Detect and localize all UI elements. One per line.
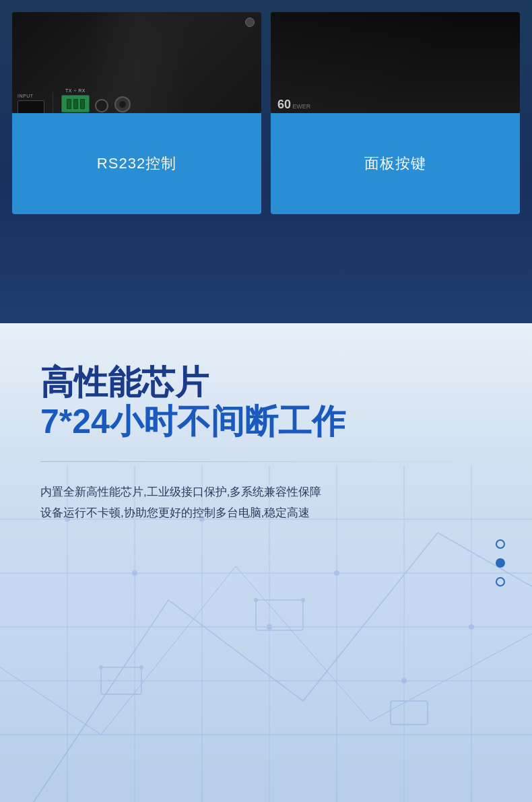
- pin-slot-3: [80, 99, 85, 109]
- hdmi-connector: [18, 100, 44, 113]
- viewer-text: 60 EWER: [277, 98, 310, 112]
- svg-point-17: [401, 678, 407, 683]
- svg-point-25: [301, 598, 305, 602]
- tx-rx-label: TX ÷ RX: [65, 88, 86, 93]
- green-terminal: [61, 95, 90, 112]
- svg-point-15: [267, 624, 272, 630]
- images-row: INPUT TX ÷ RX: [12, 12, 520, 214]
- right-top-dark: 60 EWER: [271, 12, 520, 113]
- svg-point-23: [139, 665, 143, 669]
- svg-rect-21: [391, 701, 428, 725]
- dot-3[interactable]: [496, 577, 505, 587]
- description-line1: 内置全新高性能芯片,工业级接口保护,多系统兼容性保障: [40, 482, 498, 503]
- svg-point-24: [254, 598, 258, 602]
- ir-jack: [95, 99, 108, 112]
- sub-heading: 7*24小时不间断工作: [40, 403, 498, 442]
- dot-1[interactable]: [496, 539, 505, 549]
- left-panel-wrapper: INPUT TX ÷ RX: [12, 12, 261, 214]
- dc-group: DC 12V: [114, 96, 131, 113]
- left-photo-top: INPUT TX ÷ RX: [12, 12, 261, 113]
- input-label: INPUT: [18, 94, 34, 98]
- screw-decoration: [245, 18, 255, 27]
- content-area: 高性能芯片 7*24小时不间断工作 内置全新高性能芯片,工业级接口保护,多系统兼…: [0, 323, 532, 550]
- dc-jack: [114, 96, 131, 112]
- viewer-sub: EWER: [292, 103, 310, 110]
- dots-navigation[interactable]: [496, 539, 505, 587]
- main-heading: 高性能芯片: [40, 364, 498, 403]
- bottom-section: 高性能芯片 7*24小时不间断工作 内置全新高性能芯片,工业级接口保护,多系统兼…: [0, 323, 532, 802]
- separator: [53, 92, 53, 113]
- description-line2: 设备运行不卡顿,协助您更好的控制多台电脑,稳定高速: [40, 503, 498, 524]
- svg-point-18: [469, 624, 474, 630]
- svg-point-13: [132, 570, 137, 576]
- model-number: 60: [277, 98, 291, 111]
- dot-2[interactable]: [496, 558, 505, 568]
- left-caption-bar: RS232控制: [12, 113, 261, 214]
- input-group: INPUT: [18, 94, 44, 113]
- right-panel-wrapper: 60 EWER AUTO INPUT: [271, 12, 520, 214]
- interface-row: INPUT TX ÷ RX: [12, 12, 261, 113]
- rs232-group: TX ÷ RX RS-232: [61, 88, 90, 113]
- ir-group: IR EXT: [95, 99, 109, 113]
- right-hardware-image: 60 EWER AUTO INPUT: [271, 12, 520, 113]
- top-section: INPUT TX ÷ RX: [0, 0, 532, 323]
- pin-slot-2: [73, 99, 78, 109]
- left-caption-text: RS232控制: [97, 154, 176, 174]
- right-caption-text: 面板按键: [364, 154, 426, 174]
- svg-rect-20: [256, 600, 303, 630]
- description: 内置全新高性能芯片,工业级接口保护,多系统兼容性保障 设备运行不卡顿,协助您更好…: [40, 482, 498, 523]
- pin-slot-1: [67, 99, 71, 109]
- right-caption-bar: 面板按键: [271, 113, 520, 214]
- svg-point-16: [334, 570, 339, 576]
- left-hardware-image: INPUT TX ÷ RX: [12, 12, 261, 113]
- divider-line: [40, 461, 498, 462]
- svg-point-22: [99, 665, 103, 669]
